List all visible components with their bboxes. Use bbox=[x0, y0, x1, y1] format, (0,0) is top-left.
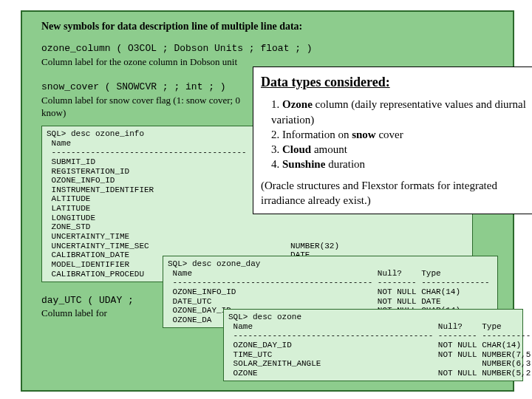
ozone-column-desc: ozone_column ( O3COL ; Dobson Units ; fl… bbox=[41, 41, 313, 68]
snow-text2: know) bbox=[41, 107, 66, 118]
ozone-code: ozone_column ( O3COL ; Dobson Units ; fl… bbox=[41, 43, 313, 54]
dayutc-code: day_UTC ( UDAY ; bbox=[41, 295, 134, 306]
day-utc-desc: day_UTC ( UDAY ; Column label for bbox=[41, 294, 134, 320]
sql-ozone: SQL> desc ozone Name Null? Type --------… bbox=[223, 309, 523, 381]
overlay-title: Data types considered: bbox=[261, 73, 527, 91]
overlay-item-3: 3. Cloud amount bbox=[271, 142, 527, 157]
overlay-list: 1. Ozone column (daily representative va… bbox=[271, 97, 527, 171]
ozone-text: Column label for the ozone column in Dob… bbox=[41, 56, 237, 67]
overlay-item-2: 2. Information on snow cover bbox=[271, 127, 527, 142]
snow-text: Column label for snow cover flag (1: sno… bbox=[41, 95, 240, 106]
data-types-overlay: Data types considered: 1. Ozone column (… bbox=[253, 66, 532, 214]
header-title: New symbols for data description line of… bbox=[41, 21, 302, 33]
overlay-item-4: 4. Sunshine duration bbox=[271, 157, 527, 171]
overlay-item-1: 1. Ozone column (daily representative va… bbox=[271, 97, 527, 127]
snow-code: snow_cover ( SNOWCVR ; ; int ; ) bbox=[41, 81, 226, 92]
overlay-footnote: (Oracle structures and Flexstor formats … bbox=[261, 178, 527, 208]
snow-cover-desc: snow_cover ( SNOWCVR ; ; int ; ) Column … bbox=[41, 80, 240, 120]
dayutc-text: Column label for bbox=[41, 307, 107, 318]
